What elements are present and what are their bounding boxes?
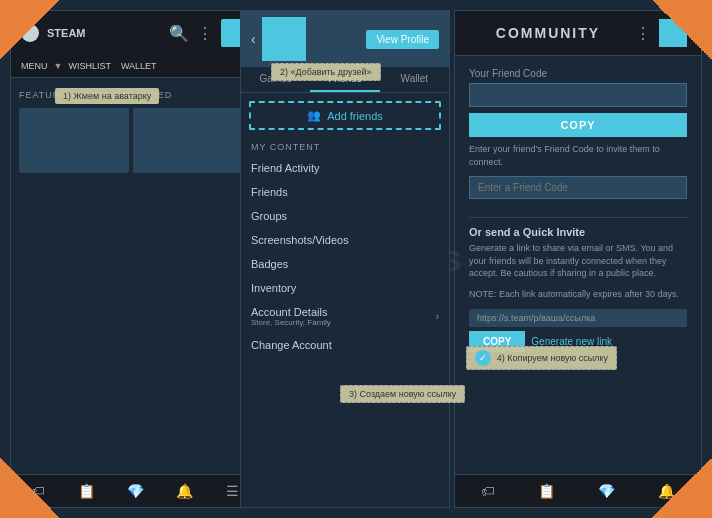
search-icon[interactable]: 🔍: [169, 24, 189, 43]
nav-icon-list-right[interactable]: 📋: [538, 483, 555, 499]
back-button[interactable]: ‹: [251, 31, 256, 47]
generate-link-button[interactable]: Generate new link: [531, 336, 612, 347]
menu-item-inventory[interactable]: Inventory: [241, 276, 449, 300]
add-friends-button[interactable]: 👥 Add friends: [249, 101, 441, 130]
menu-item-friend-activity[interactable]: Friend Activity: [241, 156, 449, 180]
annotation-2: 2) «Добавить друзей»: [271, 63, 381, 81]
divider: [469, 217, 687, 218]
profile-avatar[interactable]: [262, 17, 306, 61]
nav-wishlist[interactable]: WISHLIST: [64, 59, 115, 73]
community-title: COMMUNITY: [469, 25, 627, 41]
menu-item-screenshots[interactable]: Screenshots/Videos: [241, 228, 449, 252]
menu-item-account[interactable]: Account Details Store, Security, Family …: [241, 300, 449, 333]
featured-image-1: [19, 108, 129, 173]
nav-icon-gem-right[interactable]: 💎: [598, 483, 615, 499]
menu-item-badges[interactable]: Badges: [241, 252, 449, 276]
corner-decoration-bl: [0, 458, 60, 518]
annotation-3: 3) Создаем новую ссылку: [340, 385, 465, 403]
quick-invite-text: Generate a link to share via email or SM…: [469, 242, 687, 280]
copy-friend-code-button[interactable]: COPY: [469, 113, 687, 137]
corner-decoration-tl: [0, 0, 60, 60]
enter-friend-code-input[interactable]: [469, 176, 687, 199]
friend-code-input[interactable]: [469, 83, 687, 107]
right-panel: COMMUNITY ⋮ Your Friend Code COPY Enter …: [454, 10, 702, 508]
community-body: Your Friend Code COPY Enter your friend'…: [455, 56, 701, 474]
view-profile-button[interactable]: View Profile: [366, 30, 439, 49]
nav-icon-gem[interactable]: 💎: [127, 483, 144, 499]
note-text: NOTE: Each link automatically expires af…: [469, 288, 687, 301]
middle-panel: ‹ View Profile 2) «Добавить друзей» Game…: [240, 10, 450, 508]
nav-icon-bell[interactable]: 🔔: [176, 483, 193, 499]
arrow-icon: ›: [436, 311, 439, 322]
corner-decoration-br: [652, 458, 712, 518]
middle-header: ‹ View Profile: [241, 11, 449, 67]
main-container: STEAM 🔍 ⋮ MENU ▼ WISHLIST WALLET FEATURE…: [0, 0, 712, 518]
more-icon[interactable]: ⋮: [197, 24, 213, 43]
check-icon: ✓: [475, 350, 491, 366]
menu-list: Friend Activity Friends Groups Screensho…: [241, 156, 449, 357]
add-friends-icon: 👥: [307, 109, 321, 122]
menu-item-friends[interactable]: Friends: [241, 180, 449, 204]
annotation-4: ✓ 4) Копируем новую ссылку: [466, 346, 617, 370]
nav-menu[interactable]: MENU: [17, 59, 52, 73]
featured-image-2: [133, 108, 243, 173]
nav-icon-list[interactable]: 📋: [78, 483, 95, 499]
invite-link-url: https://s.team/p/ваша/ссылка: [469, 309, 687, 327]
left-panel: STEAM 🔍 ⋮ MENU ▼ WISHLIST WALLET FEATURE…: [10, 10, 260, 508]
my-content-label: MY CONTENT: [241, 138, 449, 156]
community-more-icon[interactable]: ⋮: [635, 24, 651, 43]
friend-code-label: Your Friend Code: [469, 68, 687, 79]
corner-decoration-tr: [652, 0, 712, 60]
menu-item-groups[interactable]: Groups: [241, 204, 449, 228]
featured-images: [11, 108, 259, 173]
tab-wallet[interactable]: Wallet: [380, 67, 449, 92]
annotation-1: 1) Жмем на аватарку: [55, 88, 159, 104]
menu-item-change-account[interactable]: Change Account: [241, 333, 449, 357]
nav-icon-tag-right[interactable]: 🏷: [481, 483, 495, 499]
quick-invite-title: Or send a Quick Invite: [469, 226, 687, 238]
nav-wallet[interactable]: WALLET: [117, 59, 161, 73]
friend-code-helper: Enter your friend's Friend Code to invit…: [469, 143, 687, 168]
nav-icon-menu[interactable]: ☰: [226, 483, 239, 499]
